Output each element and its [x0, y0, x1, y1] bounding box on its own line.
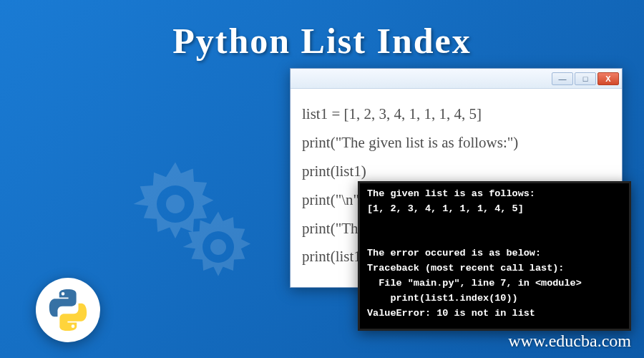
maximize-button[interactable]: □ [575, 72, 596, 85]
website-url: www.educba.com [508, 332, 631, 351]
page-title: Python List Index [0, 0, 644, 62]
gear-decoration-icon [179, 208, 258, 286]
terminal-window: The given list is as follows: [1, 2, 3, … [358, 181, 631, 331]
window-titlebar: — □ X [291, 69, 622, 89]
close-button[interactable]: X [597, 72, 619, 85]
minimize-button[interactable]: — [552, 72, 573, 85]
python-logo-icon [36, 278, 100, 342]
terminal-output: The given list is as follows: [1, 2, 3, … [367, 187, 622, 321]
